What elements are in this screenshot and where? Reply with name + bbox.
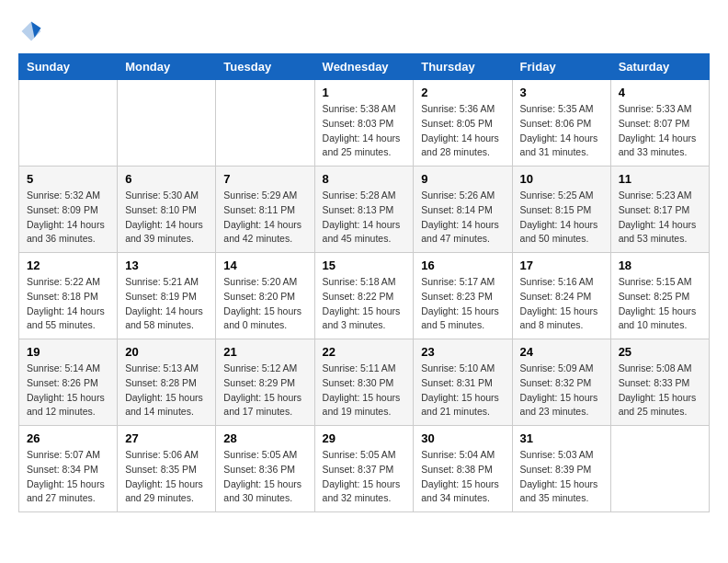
day-number: 8 — [323, 172, 406, 186]
calendar-cell: 15Sunrise: 5:18 AM Sunset: 8:22 PM Dayli… — [314, 253, 414, 339]
weekday-header-sunday: Sunday — [19, 54, 118, 80]
day-info: Sunrise: 5:16 AM Sunset: 8:24 PM Dayligh… — [520, 275, 603, 333]
day-number: 28 — [223, 431, 306, 445]
calendar-cell: 13Sunrise: 5:21 AM Sunset: 8:19 PM Dayli… — [118, 253, 216, 339]
calendar-cell: 6Sunrise: 5:30 AM Sunset: 8:10 PM Daylig… — [118, 167, 216, 253]
day-info: Sunrise: 5:03 AM Sunset: 8:39 PM Dayligh… — [520, 448, 603, 506]
day-number: 5 — [27, 172, 109, 186]
week-row-4: 19Sunrise: 5:14 AM Sunset: 8:26 PM Dayli… — [19, 339, 710, 426]
week-row-1: 1Sunrise: 5:38 AM Sunset: 8:03 PM Daylig… — [19, 80, 710, 167]
day-info: Sunrise: 5:30 AM Sunset: 8:10 PM Dayligh… — [125, 189, 208, 247]
day-info: Sunrise: 5:04 AM Sunset: 8:38 PM Dayligh… — [421, 448, 504, 506]
day-number: 6 — [125, 172, 208, 186]
day-number: 21 — [223, 345, 306, 359]
calendar-cell: 14Sunrise: 5:20 AM Sunset: 8:20 PM Dayli… — [216, 253, 314, 339]
day-number: 13 — [125, 259, 208, 272]
day-info: Sunrise: 5:25 AM Sunset: 8:15 PM Dayligh… — [520, 189, 603, 247]
weekday-header-monday: Monday — [118, 54, 216, 80]
day-number: 10 — [520, 172, 603, 186]
calendar-cell: 2Sunrise: 5:36 AM Sunset: 8:05 PM Daylig… — [414, 80, 512, 167]
calendar-cell: 18Sunrise: 5:15 AM Sunset: 8:25 PM Dayli… — [610, 253, 709, 339]
day-info: Sunrise: 5:15 AM Sunset: 8:25 PM Dayligh… — [619, 275, 701, 333]
weekday-header-thursday: Thursday — [414, 54, 512, 80]
day-info: Sunrise: 5:09 AM Sunset: 8:32 PM Dayligh… — [520, 362, 603, 419]
day-info: Sunrise: 5:21 AM Sunset: 8:19 PM Dayligh… — [125, 275, 208, 333]
day-number: 15 — [323, 259, 406, 272]
day-info: Sunrise: 5:10 AM Sunset: 8:31 PM Dayligh… — [421, 362, 504, 419]
day-info: Sunrise: 5:20 AM Sunset: 8:20 PM Dayligh… — [223, 275, 306, 333]
day-number: 30 — [421, 431, 504, 445]
weekday-header-tuesday: Tuesday — [216, 54, 314, 80]
day-number: 18 — [619, 259, 701, 272]
day-info: Sunrise: 5:12 AM Sunset: 8:29 PM Dayligh… — [223, 362, 306, 419]
day-number: 16 — [421, 259, 504, 272]
day-number: 9 — [421, 172, 504, 186]
logo-icon — [18, 18, 44, 44]
calendar-cell: 7Sunrise: 5:29 AM Sunset: 8:11 PM Daylig… — [216, 167, 314, 253]
weekday-header-row: SundayMondayTuesdayWednesdayThursdayFrid… — [19, 54, 710, 80]
day-info: Sunrise: 5:14 AM Sunset: 8:26 PM Dayligh… — [27, 362, 109, 419]
calendar-cell: 31Sunrise: 5:03 AM Sunset: 8:39 PM Dayli… — [512, 426, 610, 512]
day-number: 24 — [520, 345, 603, 359]
day-number: 1 — [323, 86, 406, 99]
page-header — [18, 18, 710, 44]
day-info: Sunrise: 5:11 AM Sunset: 8:30 PM Dayligh… — [323, 362, 406, 419]
day-number: 27 — [125, 431, 208, 445]
day-info: Sunrise: 5:38 AM Sunset: 8:03 PM Dayligh… — [323, 102, 406, 160]
day-info: Sunrise: 5:17 AM Sunset: 8:23 PM Dayligh… — [421, 275, 504, 333]
week-row-3: 12Sunrise: 5:22 AM Sunset: 8:18 PM Dayli… — [19, 253, 710, 339]
day-number: 25 — [619, 345, 701, 359]
day-number: 31 — [520, 431, 603, 445]
calendar-cell: 24Sunrise: 5:09 AM Sunset: 8:32 PM Dayli… — [512, 339, 610, 426]
week-row-5: 26Sunrise: 5:07 AM Sunset: 8:34 PM Dayli… — [19, 426, 710, 512]
day-number: 23 — [421, 345, 504, 359]
calendar-table: SundayMondayTuesdayWednesdayThursdayFrid… — [18, 53, 710, 512]
calendar-cell — [610, 426, 709, 512]
day-info: Sunrise: 5:29 AM Sunset: 8:11 PM Dayligh… — [223, 189, 306, 247]
calendar-cell: 17Sunrise: 5:16 AM Sunset: 8:24 PM Dayli… — [512, 253, 610, 339]
day-number: 26 — [27, 431, 109, 445]
weekday-header-wednesday: Wednesday — [314, 54, 414, 80]
day-info: Sunrise: 5:05 AM Sunset: 8:36 PM Dayligh… — [223, 448, 306, 506]
day-info: Sunrise: 5:18 AM Sunset: 8:22 PM Dayligh… — [323, 275, 406, 333]
calendar-cell — [118, 80, 216, 167]
calendar-cell: 28Sunrise: 5:05 AM Sunset: 8:36 PM Dayli… — [216, 426, 314, 512]
day-number: 14 — [223, 259, 306, 272]
day-number: 3 — [520, 86, 603, 99]
day-number: 11 — [619, 172, 701, 186]
calendar-cell — [216, 80, 314, 167]
calendar-cell: 11Sunrise: 5:23 AM Sunset: 8:17 PM Dayli… — [610, 167, 709, 253]
day-info: Sunrise: 5:32 AM Sunset: 8:09 PM Dayligh… — [27, 189, 109, 247]
day-info: Sunrise: 5:26 AM Sunset: 8:14 PM Dayligh… — [421, 189, 504, 247]
calendar-cell: 19Sunrise: 5:14 AM Sunset: 8:26 PM Dayli… — [19, 339, 118, 426]
calendar-cell: 29Sunrise: 5:05 AM Sunset: 8:37 PM Dayli… — [314, 426, 414, 512]
calendar-cell — [19, 80, 118, 167]
day-info: Sunrise: 5:13 AM Sunset: 8:28 PM Dayligh… — [125, 362, 208, 419]
day-number: 29 — [323, 431, 406, 445]
weekday-header-saturday: Saturday — [610, 54, 709, 80]
day-info: Sunrise: 5:05 AM Sunset: 8:37 PM Dayligh… — [323, 448, 406, 506]
calendar-cell: 8Sunrise: 5:28 AM Sunset: 8:13 PM Daylig… — [314, 167, 414, 253]
day-number: 22 — [323, 345, 406, 359]
day-info: Sunrise: 5:07 AM Sunset: 8:34 PM Dayligh… — [27, 448, 109, 506]
calendar-cell: 27Sunrise: 5:06 AM Sunset: 8:35 PM Dayli… — [118, 426, 216, 512]
logo — [18, 18, 48, 44]
day-info: Sunrise: 5:35 AM Sunset: 8:06 PM Dayligh… — [520, 102, 603, 160]
week-row-2: 5Sunrise: 5:32 AM Sunset: 8:09 PM Daylig… — [19, 167, 710, 253]
day-number: 2 — [421, 86, 504, 99]
calendar-cell: 9Sunrise: 5:26 AM Sunset: 8:14 PM Daylig… — [414, 167, 512, 253]
day-info: Sunrise: 5:28 AM Sunset: 8:13 PM Dayligh… — [323, 189, 406, 247]
calendar-cell: 1Sunrise: 5:38 AM Sunset: 8:03 PM Daylig… — [314, 80, 414, 167]
day-info: Sunrise: 5:36 AM Sunset: 8:05 PM Dayligh… — [421, 102, 504, 160]
day-number: 4 — [619, 86, 701, 99]
calendar-cell: 22Sunrise: 5:11 AM Sunset: 8:30 PM Dayli… — [314, 339, 414, 426]
day-number: 20 — [125, 345, 208, 359]
calendar-cell: 20Sunrise: 5:13 AM Sunset: 8:28 PM Dayli… — [118, 339, 216, 426]
calendar-cell: 5Sunrise: 5:32 AM Sunset: 8:09 PM Daylig… — [19, 167, 118, 253]
calendar-cell: 25Sunrise: 5:08 AM Sunset: 8:33 PM Dayli… — [610, 339, 709, 426]
calendar-cell: 26Sunrise: 5:07 AM Sunset: 8:34 PM Dayli… — [19, 426, 118, 512]
calendar-cell: 16Sunrise: 5:17 AM Sunset: 8:23 PM Dayli… — [414, 253, 512, 339]
day-info: Sunrise: 5:22 AM Sunset: 8:18 PM Dayligh… — [27, 275, 109, 333]
day-number: 17 — [520, 259, 603, 272]
day-info: Sunrise: 5:23 AM Sunset: 8:17 PM Dayligh… — [619, 189, 701, 247]
